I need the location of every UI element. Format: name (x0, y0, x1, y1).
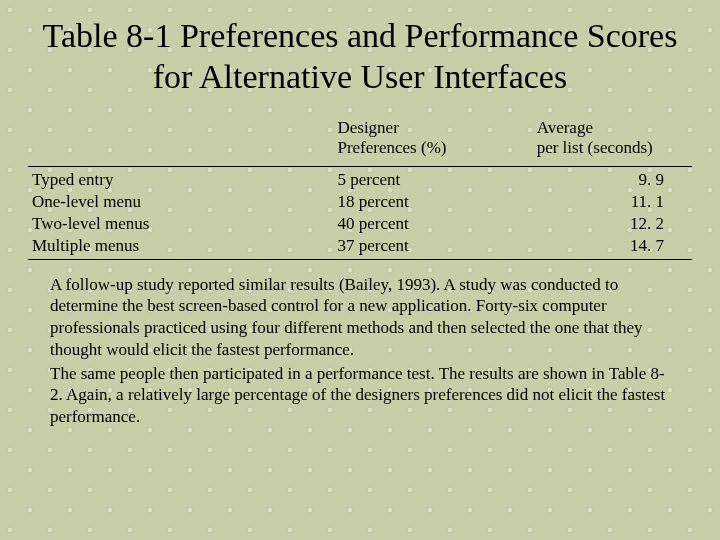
header-preferences-l1: Designer (337, 118, 398, 137)
header-empty (28, 116, 333, 164)
header-preferences: Designer Preferences (%) (333, 116, 532, 164)
header-average: Average per list (seconds) (533, 116, 692, 164)
row-label: One-level menu (28, 191, 333, 213)
row-label: Typed entry (28, 169, 333, 191)
row-avg: 9. 9 (533, 169, 692, 191)
paragraph-1: A follow-up study reported similar resul… (50, 274, 670, 361)
preferences-table: Designer Preferences (%) Average per lis… (28, 116, 692, 262)
body-text: A follow-up study reported similar resul… (50, 274, 670, 428)
table-row: Typed entry 5 percent 9. 9 (28, 169, 692, 191)
table-row: One-level menu 18 percent 11. 1 (28, 191, 692, 213)
row-avg: 14. 7 (533, 235, 692, 257)
rule-top (28, 166, 692, 167)
row-pref: 37 percent (333, 235, 532, 257)
row-pref: 40 percent (333, 213, 532, 235)
row-pref: 5 percent (333, 169, 532, 191)
header-preferences-l2: Preferences (%) (337, 138, 446, 157)
row-avg: 11. 1 (533, 191, 692, 213)
page-title: Table 8-1 Preferences and Performance Sc… (28, 16, 692, 98)
table-row: Two-level menus 40 percent 12. 2 (28, 213, 692, 235)
header-average-l1: Average (537, 118, 593, 137)
row-pref: 18 percent (333, 191, 532, 213)
row-label: Two-level menus (28, 213, 333, 235)
table-header-row: Designer Preferences (%) Average per lis… (28, 116, 692, 164)
rule-bottom (28, 259, 692, 260)
header-average-l2: per list (seconds) (537, 138, 653, 157)
table-row: Multiple menus 37 percent 14. 7 (28, 235, 692, 257)
row-avg: 12. 2 (533, 213, 692, 235)
row-label: Multiple menus (28, 235, 333, 257)
paragraph-2: The same people then participated in a p… (50, 363, 670, 428)
